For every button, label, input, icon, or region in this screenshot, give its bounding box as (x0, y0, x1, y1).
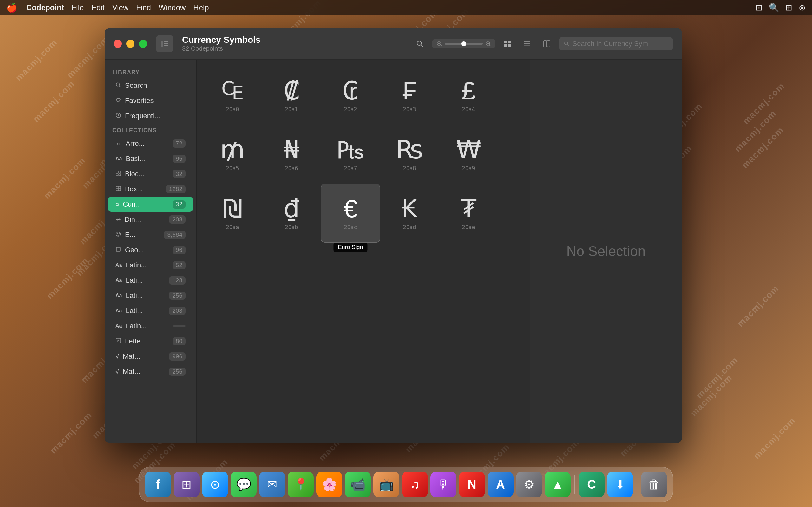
dock-item-news[interactable]: N (459, 471, 485, 498)
svg-text:A: A (117, 339, 119, 343)
menubar-file[interactable]: File (72, 3, 84, 12)
minimize-button[interactable] (126, 40, 135, 48)
dock-item-downloader[interactable]: ⬇ (607, 471, 633, 498)
menubar-blocked-icon[interactable]: ⊗ (799, 3, 806, 13)
sidebar-item-latin1[interactable]: Aa Latin... 52 (108, 258, 193, 273)
dock-item-music[interactable]: ♫ (402, 471, 428, 498)
svg-point-22 (565, 42, 568, 45)
sidebar-item-latin2[interactable]: Aa Lati... 128 (108, 273, 193, 288)
sidebar-item-basic[interactable]: Aa Basi... 95 (108, 152, 193, 166)
apple-menu[interactable]: 🍎 (6, 3, 17, 13)
sidebar-item-blocks[interactable]: Bloc... 32 (108, 167, 193, 181)
sidebar: Library Search Favorites (105, 60, 197, 443)
dock-item-sysprefs[interactable]: ⚙ (516, 471, 542, 498)
dock-item-codepoint[interactable]: C (578, 471, 605, 498)
dock-item-finder[interactable]: f (145, 471, 171, 498)
char-cell-20ac[interactable]: € 20ac Euro Sign (321, 184, 380, 243)
sidebar-math2-count: 256 (169, 368, 186, 376)
svg-line-5 (421, 45, 423, 47)
maximize-button[interactable] (139, 40, 147, 48)
char-cell-20ae[interactable]: ₮ 20ae (439, 184, 498, 243)
char-glyph: ₠ (221, 78, 244, 104)
char-cell-20a7[interactable]: ₧ 20a7 (321, 125, 380, 184)
zoom-track[interactable] (445, 43, 483, 45)
menubar-help[interactable]: Help (193, 3, 209, 12)
dock-item-photos[interactable]: 🌸 (316, 471, 342, 498)
char-code: 20a1 (285, 106, 298, 112)
char-glyph: ₪ (223, 196, 243, 222)
sidebar-letterlike-count: 80 (172, 337, 186, 345)
menubar-window[interactable]: Window (159, 3, 186, 12)
list-view-button[interactable] (519, 36, 535, 51)
char-cell-20a5[interactable]: ₥ 20a5 (203, 125, 262, 184)
menubar-find[interactable]: Find (136, 3, 151, 12)
sidebar-item-currency[interactable]: ¤ Curr... 32 (108, 197, 193, 212)
char-glyph: ₥ (220, 137, 245, 163)
svg-rect-20 (544, 41, 547, 47)
sidebar-item-latin3[interactable]: Aa Lati... 256 (108, 288, 193, 303)
search-toggle-button[interactable] (412, 36, 427, 51)
dock-item-contacts[interactable]: 📺 (373, 471, 399, 498)
menubar-screenshot-icon[interactable]: ⊡ (756, 3, 763, 13)
collection-search-input[interactable] (572, 40, 668, 48)
latin1-icon: Aa (115, 262, 122, 268)
sidebar-toggle-button[interactable] (156, 35, 173, 52)
sidebar-item-frequently[interactable]: Frequentl... (108, 109, 193, 123)
sidebar-item-arrows[interactable]: ↔ Arro... 72 (108, 136, 193, 151)
char-cell-20a8[interactable]: ₨ 20a8 (380, 125, 439, 184)
sidebar-item-search[interactable]: Search (108, 78, 193, 93)
sidebar-item-math2[interactable]: √ Mat... 256 (108, 364, 193, 379)
dock-item-podcasts[interactable]: 🎙 (430, 471, 456, 498)
sidebar-item-emoji[interactable]: E... 3,584 (108, 228, 193, 242)
sidebar-blocks-label: Bloc... (125, 170, 169, 178)
menubar: 🍎 Codepoint File Edit View Find Window H… (0, 0, 812, 15)
search-bar[interactable] (559, 37, 673, 50)
close-button[interactable] (113, 40, 122, 48)
char-cell-20a2[interactable]: ₢ 20a2 (321, 66, 380, 125)
detail-view-button[interactable] (539, 36, 554, 51)
sidebar-item-dingbats[interactable]: ✳ Din... 208 (108, 212, 193, 227)
char-cell-20aa[interactable]: ₪ 20aa (203, 184, 262, 243)
sidebar-item-box[interactable]: Box... 1282 (108, 182, 193, 196)
zoom-thumb[interactable] (461, 41, 466, 46)
dock-item-safari[interactable]: ⊙ (202, 471, 228, 498)
menubar-search-icon[interactable]: 🔍 (769, 3, 779, 13)
dock-item-maps[interactable]: 📍 (288, 471, 314, 498)
dingbats-icon: ✳ (115, 216, 121, 223)
sidebar-item-geometric[interactable]: Geo... 96 (108, 243, 193, 257)
menubar-edit[interactable]: Edit (91, 3, 104, 12)
dock-item-appstore[interactable]: A (488, 471, 513, 498)
menubar-view[interactable]: View (112, 3, 129, 12)
menubar-controls-icon[interactable]: ⊞ (785, 3, 792, 13)
sidebar-blocks-count: 32 (172, 170, 186, 178)
sidebar-item-latin4[interactable]: Aa Lati... 208 (108, 303, 193, 318)
dock-item-mail[interactable]: ✉ (259, 471, 285, 498)
char-cell-20a4[interactable]: £ 20a4 (439, 66, 498, 125)
char-cell-20ab[interactable]: ₫ 20ab (262, 184, 321, 243)
sidebar-item-favorites[interactable]: Favorites (108, 94, 193, 108)
char-cell-20a9[interactable]: ₩ 20a9 (439, 125, 498, 184)
sidebar-item-latin5[interactable]: Aa Latin... (108, 319, 193, 333)
sidebar-latin3-label: Lati... (125, 291, 165, 300)
char-code: 20a8 (403, 165, 416, 171)
char-cell-20ad[interactable]: ₭ 20ad (380, 184, 439, 243)
grid-view-button[interactable] (500, 36, 515, 51)
sidebar-item-letterlike[interactable]: A Lette... 80 (108, 334, 193, 349)
char-cell-20a3[interactable]: ₣ 20a3 (380, 66, 439, 125)
sidebar-item-math1[interactable]: √ Mat... 996 (108, 349, 193, 364)
dock-item-trash[interactable]: 🗑 (641, 471, 667, 498)
svg-line-23 (567, 44, 569, 46)
menubar-app-name[interactable]: Codepoint (26, 3, 64, 12)
dock-item-alttab[interactable]: ▲ (545, 471, 571, 498)
char-cell-20a1[interactable]: ₡ 20a1 (262, 66, 321, 125)
sidebar-math1-count: 996 (169, 352, 186, 360)
heart-icon (115, 97, 121, 105)
char-cell-20a0[interactable]: ₠ 20a0 (203, 66, 262, 125)
dock-item-messages[interactable]: 💬 (231, 471, 257, 498)
dock-item-launchpad[interactable]: ⊞ (173, 471, 200, 498)
char-code: 20a9 (462, 165, 475, 171)
zoom-slider[interactable] (432, 39, 496, 49)
sidebar-currency-label: Curr... (123, 200, 169, 209)
char-cell-20a6[interactable]: ₦ 20a6 (262, 125, 321, 184)
dock-item-facetime[interactable]: 📹 (345, 471, 371, 498)
